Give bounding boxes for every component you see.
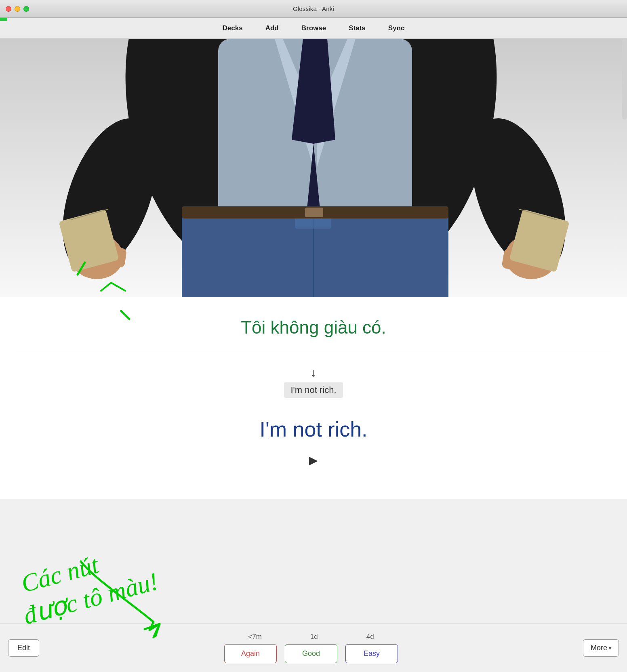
more-arrow-icon: ▾: [609, 645, 611, 651]
card-image: [0, 39, 627, 297]
answer-area: ↓ I'm not rich. I'm not rich. ▶: [16, 354, 611, 483]
vietnamese-text: Tôi không giàu có.: [16, 305, 611, 346]
play-audio-button[interactable]: ▶: [16, 454, 611, 467]
easy-button[interactable]: Easy: [345, 644, 398, 663]
close-button[interactable]: [6, 6, 11, 12]
more-button[interactable]: More ▾: [583, 639, 619, 657]
person-illustration: [0, 39, 627, 297]
menu-add[interactable]: Add: [262, 23, 282, 34]
window-controls: [6, 6, 29, 12]
menu-bar: Decks Add Browse Stats Sync: [0, 18, 627, 39]
english-small-text: I'm not rich.: [284, 382, 343, 398]
menu-browse[interactable]: Browse: [298, 23, 329, 34]
svg-text:được tô màu!: được tô màu!: [21, 567, 161, 630]
arrow-down-icon: ↓: [16, 366, 611, 379]
scrollbar[interactable]: [622, 39, 627, 120]
easy-timing: 4d: [366, 633, 374, 641]
good-timing: 1d: [310, 633, 318, 641]
again-timing: <7m: [248, 633, 262, 641]
more-label: More: [591, 644, 607, 652]
good-button[interactable]: Good: [285, 644, 337, 663]
button-row: Again Good Easy: [224, 644, 398, 663]
maximize-button[interactable]: [23, 6, 29, 12]
edit-button[interactable]: Edit: [8, 639, 39, 657]
bottom-bar: Edit <7m 1d 4d Again Good Easy More ▾: [0, 624, 627, 672]
app-title: Glossika - Anki: [293, 5, 334, 12]
menu-stats[interactable]: Stats: [345, 23, 369, 34]
menu-sync[interactable]: Sync: [385, 23, 408, 34]
progress-bar: [0, 18, 7, 21]
minimize-button[interactable]: [15, 6, 20, 12]
background-svg: [0, 39, 627, 297]
svg-rect-11: [305, 208, 323, 217]
svg-text:Các nút: Các nút: [18, 550, 102, 598]
again-button[interactable]: Again: [224, 644, 277, 663]
answer-buttons: <7m 1d 4d Again Good Easy: [39, 633, 583, 663]
menu-decks[interactable]: Decks: [219, 23, 246, 34]
title-bar: Glossika - Anki: [0, 0, 627, 18]
divider: [16, 350, 611, 350]
english-large-text: I'm not rich.: [16, 417, 611, 441]
card-content: Tôi không giàu có. ↓ I'm not rich. I'm n…: [0, 297, 627, 499]
timing-row: <7m 1d 4d: [248, 633, 374, 641]
